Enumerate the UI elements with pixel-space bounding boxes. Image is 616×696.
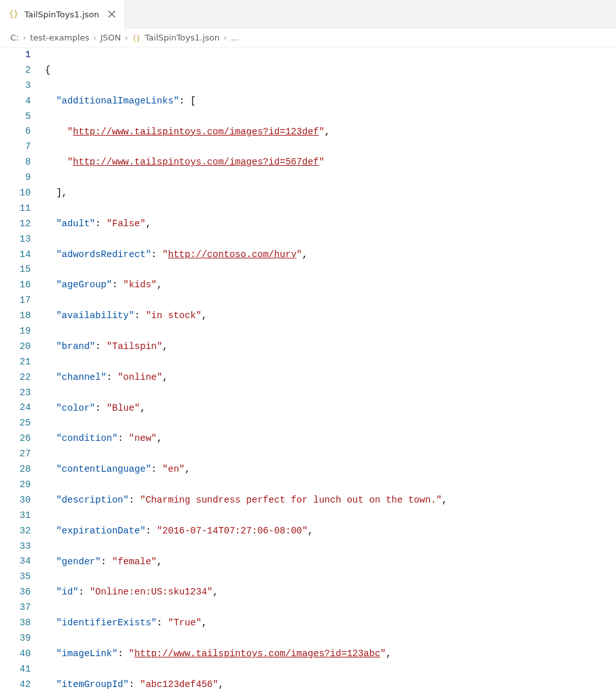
code-line: "contentLanguage": "en", xyxy=(45,462,616,477)
line-number: 31 xyxy=(0,508,31,524)
line-number: 20 xyxy=(0,339,31,355)
line-number: 14 xyxy=(0,247,31,263)
close-icon[interactable] xyxy=(107,9,117,19)
code-line: "http://www.tailspintoys.com/images?id=5… xyxy=(45,155,616,170)
line-number: 6 xyxy=(0,124,31,139)
chevron-right-icon: › xyxy=(224,33,227,42)
line-number: 11 xyxy=(0,201,31,217)
line-number: 33 xyxy=(0,539,31,555)
svg-text:{}: {} xyxy=(9,10,18,19)
code-content[interactable]: { "additionalImageLinks": [ "http://www.… xyxy=(45,48,616,696)
line-number: 30 xyxy=(0,493,31,508)
line-number: 23 xyxy=(0,386,31,401)
breadcrumb-drive[interactable]: C: xyxy=(10,33,19,42)
line-number: 42 xyxy=(0,677,31,693)
code-line: "itemGroupId": "abc123def456", xyxy=(45,677,616,693)
line-number: 37 xyxy=(0,600,31,616)
breadcrumb[interactable]: C: › test-examples › JSON › {} TailSpinT… xyxy=(0,28,616,48)
line-number: 17 xyxy=(0,293,31,308)
line-number: 9 xyxy=(0,170,31,186)
code-line: "condition": "new", xyxy=(45,431,616,447)
line-number: 22 xyxy=(0,370,31,386)
line-number: 36 xyxy=(0,585,31,600)
line-number: 19 xyxy=(0,324,31,339)
line-number: 41 xyxy=(0,662,31,677)
breadcrumb-folder[interactable]: test-examples xyxy=(30,33,89,42)
line-number: 8 xyxy=(0,155,31,170)
code-line: "description": "Charming sundress perfec… xyxy=(45,493,616,508)
code-line: "color": "Blue", xyxy=(45,401,616,416)
line-number: 35 xyxy=(0,569,31,585)
code-line: "availability": "in stock", xyxy=(45,308,616,324)
code-editor[interactable]: 1 2 3 4 5 6 7 8 9 10 11 12 13 14 15 16 1… xyxy=(0,48,616,696)
tab-bar: {} TailSpinToys1.json xyxy=(0,0,616,28)
code-line: "ageGroup": "kids", xyxy=(45,278,616,293)
chevron-right-icon: › xyxy=(93,33,96,42)
line-number: 40 xyxy=(0,647,31,662)
line-number: 15 xyxy=(0,262,31,278)
editor-tab[interactable]: {} TailSpinToys1.json xyxy=(0,0,125,28)
line-number: 3 xyxy=(0,78,31,94)
code-line: "identifierExists": "True", xyxy=(45,616,616,631)
line-number: 10 xyxy=(0,186,31,201)
line-number: 1 xyxy=(0,48,31,63)
line-number: 5 xyxy=(0,109,31,125)
line-number: 28 xyxy=(0,462,31,477)
line-number: 21 xyxy=(0,355,31,370)
code-line: "channel": "online", xyxy=(45,370,616,386)
line-number: 38 xyxy=(0,616,31,631)
json-file-icon: {} xyxy=(9,9,19,19)
line-number: 7 xyxy=(0,139,31,155)
code-line: "gender": "female", xyxy=(45,555,616,570)
svg-text:{}: {} xyxy=(132,33,141,41)
line-number: 29 xyxy=(0,477,31,493)
code-line: "id": "Online:en:US:sku1234", xyxy=(45,585,616,600)
line-number: 2 xyxy=(0,63,31,78)
breadcrumb-file[interactable]: {} TailSpinToys1.json xyxy=(132,33,220,42)
line-number: 24 xyxy=(0,400,31,416)
breadcrumb-folder[interactable]: JSON xyxy=(100,33,121,42)
line-number-gutter: 1 2 3 4 5 6 7 8 9 10 11 12 13 14 15 16 1… xyxy=(0,48,45,696)
code-line: "imageLink": "http://www.tailspintoys.co… xyxy=(45,647,616,662)
line-number: 13 xyxy=(0,232,31,247)
line-number: 18 xyxy=(0,308,31,324)
line-number: 4 xyxy=(0,94,31,109)
chevron-right-icon: › xyxy=(22,33,26,42)
code-line: "adult": "False", xyxy=(45,217,616,232)
line-number: 12 xyxy=(0,217,31,232)
breadcrumb-ellipsis[interactable]: ... xyxy=(231,33,238,42)
code-line: "brand": "Tailspin", xyxy=(45,339,616,355)
line-number: 27 xyxy=(0,447,31,462)
chevron-right-icon: › xyxy=(125,33,128,42)
line-number: 25 xyxy=(0,416,31,431)
code-line: "additionalImageLinks": [ xyxy=(45,94,616,109)
tab-filename: TailSpinToys1.json xyxy=(24,10,99,19)
line-number: 39 xyxy=(0,631,31,647)
line-number xyxy=(0,692,31,696)
code-line: "adwordsRedirect": "http://contoso.com/h… xyxy=(45,247,616,263)
line-number: 26 xyxy=(0,431,31,447)
code-line: "http://www.tailspintoys.com/images?id=1… xyxy=(45,125,616,140)
code-line: { xyxy=(45,63,616,78)
line-number: 32 xyxy=(0,524,31,539)
line-number: 34 xyxy=(0,554,31,569)
line-number: 16 xyxy=(0,278,31,293)
code-line: "expirationDate": "2016-07-14T07:27:06-0… xyxy=(45,524,616,539)
code-line: ], xyxy=(45,186,616,201)
